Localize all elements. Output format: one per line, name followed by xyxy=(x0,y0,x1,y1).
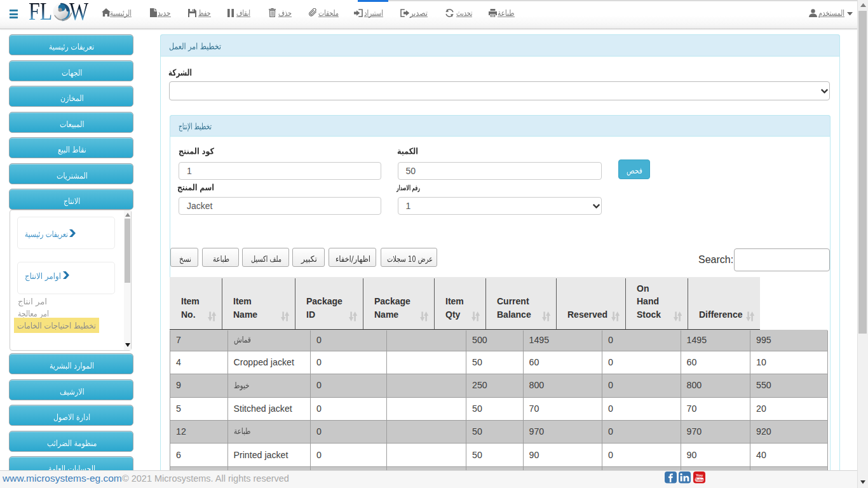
svg-text:You: You xyxy=(696,473,703,477)
svg-text:Tube: Tube xyxy=(695,478,704,482)
